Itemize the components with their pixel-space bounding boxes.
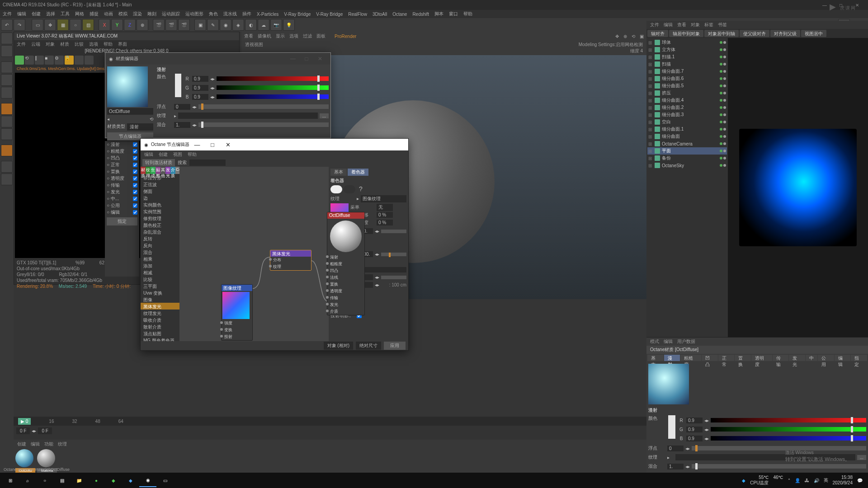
vp-menu-过滤[interactable]: 过滤 [303, 33, 312, 38]
attr-float-slider[interactable] [692, 446, 866, 450]
menu-角色[interactable]: 角色 [209, 11, 218, 17]
attr-r-value[interactable]: 0.9 [686, 418, 703, 423]
attr-tab-公用[interactable]: 公用 [818, 355, 834, 361]
channel-粗糙度[interactable]: ○ 粗糙度 [105, 148, 139, 155]
generator-button[interactable]: ◈ [232, 19, 244, 31]
attr-menu-模式[interactable]: 模式 [650, 338, 659, 345]
obj-menu-书签[interactable]: 书签 [718, 22, 727, 28]
ne-item-颜色校正[interactable]: 颜色校正 [141, 221, 179, 228]
poly-mode[interactable] [1, 87, 13, 99]
object-tree[interactable]: ⊞球体⊞立方体⊞扫描.1⊞扫描⊞细分曲面.7⊞细分曲面.6⊞细分曲面.5⊞挤压⊞… [646, 38, 728, 337]
ne-dist-field[interactable] [361, 267, 406, 272]
ne-item-实例颜色[interactable]: 实例颜色 [141, 201, 179, 208]
close-button[interactable]: ✕ [849, 1, 865, 9]
ne-item-Uvw 变换[interactable]: Uvw 变换 [141, 289, 179, 296]
lock-mode[interactable] [1, 161, 13, 173]
ne-power-slider[interactable] [381, 230, 406, 233]
attr-mat-preview[interactable] [648, 364, 689, 404]
align-tab[interactable]: 对齐到父级 [770, 30, 800, 37]
align-tab[interactable]: 视图居中 [801, 30, 826, 37]
tree-item-平面[interactable]: ⊞平面 [647, 147, 727, 155]
me-float-slider[interactable] [198, 104, 329, 109]
attr-menu-用户数据[interactable]: 用户数据 [677, 338, 695, 345]
mm-menu-编辑[interactable]: 编辑 [31, 441, 40, 446]
attr-tab-凹凸[interactable]: 凹凸 [702, 355, 718, 361]
axis-y-button[interactable]: Y [111, 19, 123, 31]
pen-button[interactable]: ✎ [207, 19, 219, 31]
vp-menu-查看[interactable]: 查看 [244, 33, 253, 38]
tree-item-细分曲面.5[interactable]: ⊞细分曲面.5 [647, 82, 727, 89]
ne-menu-帮助[interactable]: 帮助 [188, 151, 197, 158]
tree-item-OctaneSky[interactable]: ⊞OctaneSky [647, 162, 727, 169]
nodeeditor-titlebar[interactable]: ◉ Octane 节点编辑器 — □ ✕ [141, 139, 408, 150]
attr-b-slider[interactable] [711, 436, 866, 441]
lv-menu-文件[interactable]: 文件 [17, 41, 26, 47]
lv-menu-材质[interactable]: 材质 [60, 41, 69, 47]
me-b-slider[interactable] [217, 94, 329, 99]
tray-clock[interactable]: 15:38 2020/9/24 [833, 475, 853, 486]
ne-item-添加[interactable]: 添加 [141, 262, 179, 269]
light-button[interactable]: 💡 [283, 19, 295, 31]
node-image-texture[interactable]: 图像纹理 强度 变换 投射 [221, 284, 253, 341]
scale-tool[interactable]: ▦ [57, 19, 69, 31]
app-button-c4d[interactable]: ◉ [139, 474, 156, 487]
tree-item-扫描[interactable]: ⊞扫描 [647, 61, 727, 68]
tree-item-细分曲面.3[interactable]: ⊞细分曲面.3 [647, 111, 727, 118]
ne-search-input[interactable] [189, 160, 226, 166]
menu-工具[interactable]: 工具 [61, 11, 70, 17]
me-float-value[interactable]: 0 [174, 104, 190, 110]
tree-item-球体[interactable]: ⊞球体 [647, 39, 727, 46]
axis-mode[interactable] [1, 103, 13, 115]
attr-tab-正常[interactable]: 正常 [718, 355, 735, 361]
lv-pause[interactable]: ‖ [35, 56, 44, 65]
ne-menu-编辑[interactable]: 编辑 [144, 151, 153, 158]
vp-nav-icon[interactable]: ✥ [615, 34, 619, 39]
render-region-button[interactable]: 🎬 [165, 19, 177, 31]
render-button[interactable]: 🎬 [153, 19, 165, 31]
tray-net-icon[interactable]: 🖧 [805, 478, 809, 483]
me-g-slider[interactable] [217, 85, 329, 90]
tray-ime-icon[interactable]: 英 [824, 477, 828, 483]
attr-tab-编辑[interactable]: 编辑 [835, 355, 851, 361]
tray-up-icon[interactable]: ˄ [788, 478, 790, 483]
menu-Octane[interactable]: Octane [392, 12, 407, 17]
ne-item-侧面[interactable]: 侧面 [141, 188, 179, 194]
ne-item-正弦波[interactable]: 正弦波 [141, 181, 179, 188]
tree-item-空白[interactable]: ⊞空白 [647, 118, 727, 126]
env-button[interactable]: ☁ [258, 19, 269, 31]
attr-tab-中[interactable]: 中 [806, 355, 817, 361]
lv-settings[interactable]: ⚙ [55, 56, 64, 65]
model-mode[interactable] [1, 33, 13, 44]
uv-mode[interactable] [1, 116, 13, 127]
menu-编辑[interactable]: 编辑 [17, 11, 26, 17]
ne-item-纹理发光[interactable]: 纹理发光 [141, 310, 179, 316]
cube-button[interactable]: ▣ [194, 19, 206, 31]
menu-插件[interactable]: 插件 [242, 11, 251, 17]
attr-float-value[interactable]: 0 [667, 446, 684, 451]
minimize-button[interactable]: — [816, 1, 833, 9]
obj-menu-对象[interactable]: 对象 [691, 22, 700, 28]
mateditor-close[interactable]: ✕ [313, 56, 327, 62]
ne-item-顶点贴图[interactable]: 顶点贴图 [141, 330, 179, 337]
mateditor-name-field[interactable]: OctDiffuse [107, 108, 153, 115]
tree-item-细分曲面.2[interactable]: ⊞细分曲面.2 [647, 104, 727, 111]
ne-cat-纹理[interactable]: 纹理 [146, 167, 151, 174]
rotate-tool[interactable]: ○ [70, 19, 81, 31]
maximize-button[interactable]: □ [833, 1, 849, 9]
attr-tex-field[interactable] [675, 454, 855, 460]
tree-item-细分曲面[interactable]: ⊞细分曲面 [647, 133, 727, 140]
tree-item-备份[interactable]: ⊞备份 [647, 155, 727, 162]
cortana-button[interactable]: ○ [36, 474, 53, 487]
ne-item-反向[interactable]: 反向 [141, 242, 179, 249]
lv-refresh[interactable]: ⟲ [25, 56, 34, 65]
start-button[interactable]: ⊞ [2, 474, 19, 487]
channel-中...[interactable]: ○ 中... [105, 195, 139, 202]
menu-Redshift[interactable]: Redshift [412, 12, 429, 17]
ne-item-吸收介质[interactable]: 吸收介质 [141, 316, 179, 323]
node-blackbody-emit[interactable]: 黑体发光 分布 纹理 [270, 250, 311, 271]
ne-item-实例范围[interactable]: 实例范围 [141, 208, 179, 215]
ne-tab-shader[interactable]: 着色器 [348, 169, 368, 176]
coord-button[interactable]: ⊕ [137, 19, 148, 31]
tree-item-挤压[interactable]: ⊞挤压 [647, 89, 727, 97]
menu-运动跟踪[interactable]: 运动跟踪 [162, 11, 180, 17]
